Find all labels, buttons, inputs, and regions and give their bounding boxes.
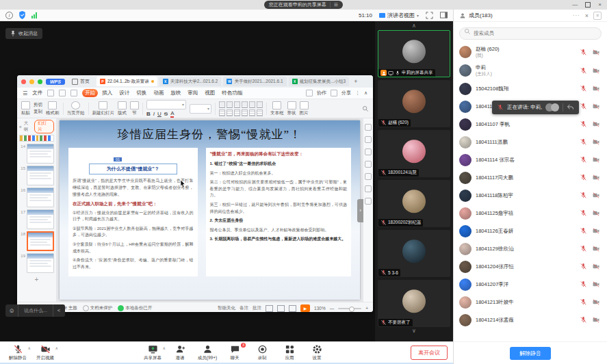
mic-muted-icon[interactable] bbox=[580, 227, 587, 235]
tab-home[interactable]: 首页 bbox=[68, 78, 93, 85]
mic-muted-icon[interactable] bbox=[580, 103, 587, 110]
camera-off-icon[interactable] bbox=[592, 120, 600, 128]
camera-off-icon[interactable] bbox=[592, 156, 600, 164]
video-tile[interactable]: 赵楠 (620) bbox=[378, 80, 450, 127]
mic-muted-icon[interactable] bbox=[580, 120, 587, 128]
menu-item[interactable]: 设计 bbox=[116, 89, 132, 97]
mic-muted-icon[interactable] bbox=[580, 209, 587, 217]
view-read-icon[interactable] bbox=[289, 305, 296, 312]
slideshow-play-button[interactable]: ▶ bbox=[300, 304, 310, 312]
zoom-out-button[interactable]: — bbox=[330, 306, 335, 311]
slide-thumbnail[interactable] bbox=[27, 209, 54, 229]
share-banner[interactable]: 您正在观看申莉的共享屏幕 ☰ bbox=[264, 1, 343, 9]
side-tool-icon[interactable] bbox=[365, 173, 372, 180]
menu-share[interactable]: 分享 bbox=[341, 90, 351, 96]
slide-thumbnail[interactable] bbox=[27, 253, 54, 273]
collab-icon[interactable] bbox=[306, 90, 313, 96]
side-tool-icon[interactable] bbox=[365, 185, 372, 192]
zoom-slider-knob[interactable] bbox=[349, 307, 354, 312]
menu-item[interactable]: 视图 bbox=[202, 89, 218, 97]
tab-slides[interactable]: 幻灯片 bbox=[34, 120, 54, 133]
camera-off-icon[interactable] bbox=[592, 103, 600, 110]
search-members-input[interactable] bbox=[459, 27, 602, 40]
slide-thumbnail[interactable] bbox=[27, 166, 54, 185]
menu-item[interactable]: 动画 bbox=[151, 89, 166, 97]
mic-muted-icon[interactable] bbox=[580, 281, 587, 288]
undo-icon[interactable] bbox=[70, 90, 77, 96]
camera-off-icon[interactable] bbox=[592, 174, 600, 181]
font-family-select[interactable]: ▾ bbox=[146, 100, 186, 109]
video-tile[interactable]: 不要熬夜了 bbox=[378, 280, 450, 327]
zoom-in-button[interactable]: + bbox=[365, 306, 368, 311]
mic-muted-icon[interactable] bbox=[580, 49, 587, 56]
apps-button[interactable]: 应用 bbox=[276, 344, 303, 361]
mic-muted-icon[interactable] bbox=[580, 67, 587, 75]
menu-collab[interactable]: 协作 bbox=[317, 90, 326, 96]
slide-thumbnail[interactable] bbox=[27, 144, 54, 164]
italic-button[interactable]: I bbox=[153, 111, 155, 117]
member-row[interactable]: 18041107 李帆 bbox=[454, 116, 607, 133]
zoom-slider[interactable] bbox=[338, 308, 361, 309]
minimize-button[interactable]: — bbox=[572, 1, 578, 9]
slide-right-textbox[interactable]: “慢就业”后，再来面临的将会有以下这些改变： 1. 错过了“校招”这一最佳的求职… bbox=[206, 148, 352, 276]
member-row[interactable]: 18041129徐欣汕 bbox=[454, 240, 607, 258]
chat-quickbar[interactable]: ☺ 说点什么... < bbox=[5, 304, 65, 317]
slide-thumbnail-row[interactable]: 18 bbox=[19, 231, 54, 251]
play-from-page-button[interactable]: 当页开始 bbox=[67, 101, 85, 116]
panel-toggle-icon[interactable] bbox=[440, 12, 448, 18]
share-screen-button[interactable]: 共享屏幕 ∧ bbox=[139, 344, 166, 361]
slide-thumbnail-row[interactable]: 16 bbox=[19, 187, 54, 207]
image-button[interactable]: 图片 bbox=[300, 101, 309, 116]
camera-options-caret-icon[interactable]: ∧ bbox=[55, 346, 58, 350]
unmute-all-button[interactable]: 解除静音 bbox=[510, 347, 551, 360]
comments-button[interactable]: 批注 bbox=[253, 305, 261, 311]
tab-outline[interactable]: 大纲 bbox=[24, 120, 33, 133]
protect-label[interactable]: 文档未保护 bbox=[90, 305, 113, 311]
wps-logo[interactable]: WPS bbox=[46, 79, 65, 85]
textbox-button[interactable]: 文本框 bbox=[270, 101, 284, 116]
settings-button[interactable]: 设置 bbox=[303, 344, 331, 361]
record-button[interactable]: 录制 bbox=[248, 344, 276, 361]
members-button[interactable]: 成员(99+) bbox=[194, 344, 221, 361]
document-tab[interactable]: W 关于做好2021...2021.6.1 bbox=[223, 77, 286, 86]
camera-off-icon[interactable] bbox=[592, 316, 600, 324]
video-tile[interactable]: 18200124马慧 bbox=[378, 130, 450, 177]
leave-meeting-button[interactable]: 离开会议 bbox=[411, 346, 448, 360]
new-tab-button[interactable]: + bbox=[354, 78, 357, 85]
beautify-button[interactable]: 智能美化 bbox=[218, 305, 235, 311]
paste-button[interactable]: 粘贴 bbox=[21, 101, 30, 116]
camera-off-icon[interactable] bbox=[592, 298, 600, 306]
font-color-button[interactable]: A bbox=[170, 111, 174, 118]
share-icon[interactable] bbox=[331, 90, 337, 96]
layout-button[interactable]: 版式 bbox=[118, 101, 127, 116]
video-tile[interactable]: 18200202郭纪遥 bbox=[378, 180, 450, 227]
view-sorter-icon[interactable] bbox=[277, 305, 285, 312]
chat-button[interactable]: 3 聊天 bbox=[221, 344, 248, 361]
mic-muted-icon[interactable] bbox=[497, 104, 504, 111]
menu-item[interactable]: 特色功能 bbox=[219, 89, 245, 97]
menu-item[interactable]: 放映 bbox=[168, 89, 183, 97]
mic-muted-icon[interactable] bbox=[580, 298, 587, 306]
emoji-icon[interactable]: ☺ bbox=[5, 304, 18, 317]
share-options-caret-icon[interactable]: ∧ bbox=[163, 346, 166, 350]
camera-off-icon[interactable] bbox=[592, 227, 600, 235]
security-shield-icon[interactable] bbox=[18, 11, 26, 19]
scroll-up-chevron-icon[interactable]: ∧ bbox=[412, 22, 416, 30]
panel-close-button[interactable]: × bbox=[585, 12, 589, 19]
menu-file[interactable]: 文件 bbox=[32, 90, 42, 96]
member-row[interactable]: 18041114 张宗岳 bbox=[454, 151, 607, 169]
strike-button[interactable]: S bbox=[164, 111, 168, 117]
font-size-select[interactable]: ▾ bbox=[190, 104, 211, 114]
maximize-button[interactable] bbox=[585, 2, 591, 8]
member-row[interactable]: 18041125詹宇禧 bbox=[454, 205, 607, 222]
document-tab[interactable]: X 天津科技大学2...021.6.2 bbox=[159, 77, 222, 86]
collapse-ribbon-icon[interactable]: ∧ bbox=[364, 90, 367, 96]
save-icon[interactable] bbox=[47, 90, 54, 96]
camera-off-icon[interactable] bbox=[592, 67, 600, 75]
menu-item[interactable]: 开始 bbox=[82, 89, 98, 97]
side-tool-icon[interactable] bbox=[365, 136, 372, 143]
camera-off-icon[interactable] bbox=[592, 209, 600, 217]
camera-off-icon[interactable] bbox=[592, 49, 600, 56]
member-row[interactable]: 18041214张孟薇 bbox=[454, 311, 607, 329]
slide-thumbnail[interactable] bbox=[27, 231, 54, 251]
